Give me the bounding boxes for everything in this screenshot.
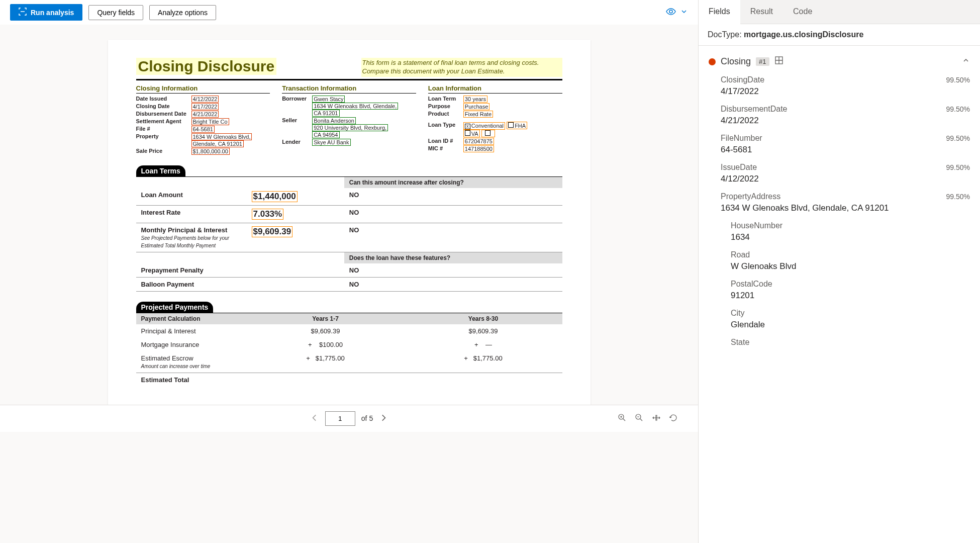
plus-4: +: [464, 354, 468, 362]
file-label: File #: [136, 126, 191, 133]
product-value: Fixed Rate: [463, 111, 493, 118]
borrower-addr2: CA 91201: [312, 110, 339, 117]
nested-field-item[interactable]: PostalCode91201: [699, 277, 980, 306]
page-input[interactable]: [325, 411, 355, 426]
field-item[interactable]: PropertyAddress99.50%1634 W Glenoaks Blv…: [699, 189, 980, 218]
group-badge: #1: [756, 57, 769, 66]
fit-width-icon[interactable]: [652, 413, 661, 424]
nested-field-item[interactable]: CityGlendale: [699, 306, 980, 335]
balloon-label: Balloon Payment: [136, 277, 247, 291]
field-confidence: 99.50%: [946, 193, 970, 201]
escrow-years-8-30: $1,775.00: [473, 354, 503, 362]
purpose-label: Purpose: [428, 103, 463, 110]
field-value: 91201: [731, 291, 970, 301]
closing-info-heading: Closing Information: [136, 84, 270, 94]
fields-list: Closing #1 ClosingDate99.50%4/17/2022Dis…: [699, 46, 980, 543]
years-1-7: Years 1-7: [247, 313, 405, 324]
svg-point-0: [669, 10, 672, 13]
nested-field-item[interactable]: HouseNumber1634: [699, 218, 980, 247]
field-name: FileNumber: [721, 134, 762, 143]
loan-amount-label: Loan Amount: [136, 188, 247, 206]
grid-icon[interactable]: [774, 56, 783, 67]
doc-subtitle: This form is a statement of final loan t…: [361, 58, 562, 77]
loan-info-heading: Loan Information: [428, 84, 562, 94]
next-page-icon[interactable]: [379, 413, 388, 424]
prepay-answer: NO: [344, 263, 562, 278]
mic-label: MIC #: [428, 145, 463, 152]
field-confidence: 99.50%: [946, 163, 970, 171]
loan-amount-value: $1,440,000: [252, 191, 298, 202]
rotate-icon[interactable]: [669, 413, 678, 424]
group-name: Closing: [721, 56, 751, 67]
disbursement-value: 4/21/2022: [191, 111, 219, 118]
features-question: Does the loan have these features?: [344, 252, 562, 263]
escrow-years-1-7: $1,775.00: [316, 354, 345, 362]
chevron-down-icon[interactable]: [680, 8, 688, 17]
tab-fields[interactable]: Fields: [699, 0, 740, 24]
loan-id-label: Loan ID #: [428, 138, 463, 145]
field-value: 1634 W Glenoaks Blvd, Glendale, CA 91201: [721, 203, 970, 213]
tab-code[interactable]: Code: [783, 0, 822, 24]
results-panel: Fields Result Code DocType: mortgage.us.…: [699, 0, 980, 543]
escrow-sublabel: Amount can increase over time: [141, 364, 211, 369]
disbursement-label: Disbursement Date: [136, 111, 191, 118]
field-name: DisbursementDate: [721, 105, 788, 114]
mi-years-8-30: —: [485, 341, 492, 348]
loan-term-value: 30 years: [463, 96, 487, 103]
field-name: Road: [731, 250, 750, 259]
seller-addr2: CA 94954: [312, 131, 339, 138]
doctype-label: DocType:: [708, 30, 742, 39]
sale-price-label: Sale Price: [136, 148, 191, 155]
field-item[interactable]: FileNumber99.50%64-5681: [699, 131, 980, 160]
field-name: State: [731, 338, 749, 347]
plus-2: +: [474, 341, 478, 348]
field-value: W Glenoaks Blvd: [731, 261, 970, 272]
date-issued-label: Date Issued: [136, 96, 191, 103]
pi-years-1-7: $9,609.39: [247, 324, 405, 338]
zoom-in-icon[interactable]: [618, 413, 627, 424]
group-header[interactable]: Closing #1: [699, 51, 980, 72]
page-total: of 5: [361, 414, 373, 422]
years-8-30: Years 8-30: [405, 313, 562, 324]
field-value: 4/17/2022: [721, 86, 970, 97]
plus-3: +: [306, 354, 310, 362]
plus-1: +: [308, 341, 312, 348]
pi-label: Principal & Interest: [136, 324, 247, 338]
property-line1: 1634 W Glenoaks Blvd,: [191, 133, 252, 140]
scan-icon: [19, 8, 27, 17]
field-value: 4/21/2022: [721, 116, 970, 126]
tab-result[interactable]: Result: [740, 0, 783, 24]
field-item[interactable]: IssueDate99.50%4/12/2022: [699, 160, 980, 189]
field-name: IssueDate: [721, 163, 757, 172]
field-name: HouseNumber: [731, 221, 782, 230]
tabs: Fields Result Code: [699, 0, 980, 24]
query-fields-button[interactable]: Query fields: [88, 5, 143, 20]
doctype-value: mortgage.us.closingDisclosure: [744, 30, 863, 39]
pager: of 5: [0, 405, 698, 432]
nested-field-item[interactable]: State: [699, 335, 980, 352]
field-name: City: [731, 309, 745, 318]
product-label: Product: [428, 111, 463, 118]
run-analysis-button[interactable]: Run analysis: [10, 4, 82, 21]
doctype: DocType: mortgage.us.closingDisclosure: [699, 24, 980, 46]
visibility-icon[interactable]: [666, 7, 676, 18]
mic-value: 147188500: [463, 145, 494, 152]
analyze-options-button[interactable]: Analyze options: [149, 5, 216, 20]
mpi-sublabel: See Projected Payments below for your Es…: [141, 235, 230, 248]
prepay-label: Prepayment Penalty: [136, 263, 247, 278]
zoom-out-icon[interactable]: [635, 413, 644, 424]
date-issued-value: 4/12/2022: [191, 96, 219, 103]
field-confidence: 99.50%: [946, 134, 970, 142]
transaction-info-heading: Transaction Information: [282, 84, 416, 94]
seller-name: Bonita Anderson: [312, 117, 356, 124]
interest-rate-label: Interest Rate: [136, 205, 247, 223]
field-item[interactable]: ClosingDate99.50%4/17/2022: [699, 72, 980, 102]
nested-field-item[interactable]: RoadW Glenoaks Blvd: [699, 247, 980, 277]
chevron-up-icon[interactable]: [962, 56, 970, 67]
field-confidence: 99.50%: [946, 76, 970, 84]
document-viewer: Closing Disclosure This form is a statem…: [0, 25, 698, 543]
prev-page-icon[interactable]: [310, 413, 319, 424]
loan-type-label: Loan Type: [428, 122, 463, 137]
field-item[interactable]: DisbursementDate99.50%4/21/2022: [699, 102, 980, 131]
loan-type-va: VA: [471, 131, 478, 137]
